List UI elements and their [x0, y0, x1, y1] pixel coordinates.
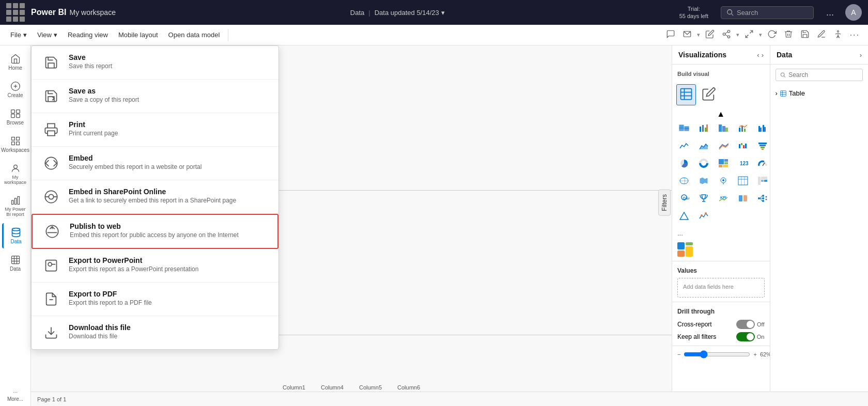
- svg-rect-46: [681, 89, 692, 100]
- viz-trophy[interactable]: [695, 191, 712, 206]
- viz-custom-2[interactable]: [695, 209, 712, 223]
- save-icon[interactable]: [798, 27, 812, 43]
- sidebar-item-power-bi-report[interactable]: My Power BI report: [2, 191, 29, 221]
- mobile-layout-button[interactable]: Mobile layout: [114, 29, 162, 41]
- viz-expand-right[interactable]: ›: [762, 51, 764, 59]
- viz-funnel[interactable]: [754, 138, 770, 153]
- data-update[interactable]: Data updated 5/14/23 ▾: [375, 9, 445, 17]
- viz-number[interactable]: 123: [734, 156, 752, 170]
- viz-cluster-bar[interactable]: [754, 121, 770, 135]
- subscribe-icon[interactable]: [680, 27, 694, 43]
- file-menu-save[interactable]: Save Save this report: [32, 46, 278, 80]
- viz-azure-map[interactable]: [715, 174, 732, 188]
- file-menu-save-as[interactable]: Save as Save a copy of this report: [32, 80, 278, 113]
- svg-line-6: [725, 35, 727, 36]
- viz-donut[interactable]: [695, 156, 712, 170]
- viz-pie[interactable]: [675, 156, 693, 170]
- values-section: Values Add data fields here: [672, 261, 770, 302]
- reading-view-button[interactable]: Reading view: [64, 29, 112, 41]
- sidebar-item-data2[interactable]: Data: [2, 251, 29, 276]
- user-avatar[interactable]: A: [845, 4, 862, 21]
- viz-area[interactable]: [695, 138, 712, 153]
- fullscreen-dropdown[interactable]: ▾: [759, 32, 762, 38]
- subscribe-dropdown[interactable]: ▾: [697, 32, 700, 38]
- share-dropdown[interactable]: ▾: [736, 32, 739, 38]
- viz-bar-chart[interactable]: [695, 121, 712, 135]
- keep-filters-toggle[interactable]: On: [736, 332, 765, 341]
- zoom-plus[interactable]: +: [753, 351, 756, 357]
- download-desc: Download this file: [69, 333, 131, 340]
- viz-qa[interactable]: Q&A: [675, 191, 693, 206]
- more-options-icon[interactable]: ···: [848, 28, 862, 42]
- viz-treemap[interactable]: [715, 156, 732, 170]
- print-icon-container: [42, 120, 60, 139]
- viz-line[interactable]: [675, 138, 693, 153]
- viz-kpi[interactable]: KPI: [715, 191, 732, 206]
- viz-gauge[interactable]: [754, 156, 770, 170]
- viz-matrix-2[interactable]: [754, 174, 770, 188]
- topbar-more-button[interactable]: ...: [826, 7, 834, 18]
- comment-icon[interactable]: [664, 27, 677, 43]
- workspace-label[interactable]: My workspace: [69, 8, 115, 17]
- sidebar-item-browse[interactable]: Browse: [2, 104, 29, 130]
- open-data-model-button[interactable]: Open data model: [164, 29, 224, 41]
- keep-filters-label: Keep all filters: [677, 333, 716, 340]
- sidebar-item-create[interactable]: Create: [2, 77, 29, 102]
- global-search[interactable]: [721, 6, 814, 19]
- edit-icon[interactable]: [703, 27, 717, 43]
- svg-point-123: [758, 197, 760, 199]
- viz-stacked-bar-2[interactable]: [715, 121, 732, 135]
- viz-ribbon[interactable]: [715, 138, 732, 153]
- cross-report-toggle-pill[interactable]: [736, 320, 755, 329]
- viz-table-viz[interactable]: [734, 174, 752, 188]
- file-menu-button[interactable]: File ▾: [6, 29, 31, 41]
- viz-custom-1[interactable]: [675, 209, 693, 223]
- viz-filled-map[interactable]: [695, 174, 712, 188]
- sidebar-item-data[interactable]: Data: [2, 223, 29, 248]
- cross-report-toggle[interactable]: Off: [736, 320, 764, 329]
- delete-icon[interactable]: [782, 27, 795, 43]
- filters-tab[interactable]: Filters: [658, 190, 671, 216]
- sidebar-item-home[interactable]: Home: [2, 50, 29, 75]
- file-menu-download[interactable]: Download this file Download this file: [32, 316, 278, 349]
- viz-decomp-tree[interactable]: [754, 191, 770, 206]
- sidebar-item-more[interactable]: ··· More...: [2, 385, 29, 406]
- viz-expand-left[interactable]: ‹: [757, 51, 759, 59]
- file-menu-print[interactable]: Print Print current page: [32, 113, 278, 147]
- view-menu-button[interactable]: View ▾: [33, 29, 61, 41]
- viz-line-bar[interactable]: [734, 121, 752, 135]
- viz-table-active[interactable]: [676, 84, 696, 105]
- zoom-minus[interactable]: −: [677, 351, 680, 357]
- svg-point-27: [12, 228, 20, 231]
- fullscreen-icon[interactable]: [742, 27, 756, 43]
- data-panel-close[interactable]: ›: [860, 51, 862, 59]
- viz-map[interactable]: [675, 174, 693, 188]
- viz-waterfall[interactable]: [734, 138, 752, 153]
- viz-color-card[interactable]: [734, 191, 752, 206]
- sidebar-item-my-workspace[interactable]: My workspace: [2, 159, 29, 189]
- annotate-icon[interactable]: [815, 27, 828, 43]
- refresh-icon[interactable]: [765, 27, 779, 43]
- data-title: Data: [777, 51, 792, 59]
- search-input[interactable]: [737, 9, 804, 17]
- viz-collapse-chevron[interactable]: ▲: [672, 107, 770, 121]
- viz-stacked-bar[interactable]: [675, 121, 693, 135]
- app-grid-icon[interactable]: [6, 3, 25, 22]
- viz-edit-button[interactable]: [699, 84, 719, 105]
- file-menu-publish-web[interactable]: Publish to web Embed this report for pub…: [32, 214, 278, 249]
- share-icon[interactable]: [720, 27, 733, 43]
- file-menu-export-pdf[interactable]: Export to PDF Export this report to a PD…: [32, 283, 278, 316]
- keep-filters-toggle-pill[interactable]: [736, 332, 755, 341]
- viz-more-ellipsis[interactable]: ...: [672, 226, 770, 240]
- file-menu-export-ppt[interactable]: Export to PowerPoint Export this report …: [32, 249, 278, 283]
- data-table-item[interactable]: › Table: [776, 87, 863, 99]
- accessibility-icon[interactable]: [831, 27, 845, 43]
- data-search-section: [770, 65, 869, 85]
- file-menu-embed[interactable]: Embed Securely embed this report in a we…: [32, 147, 278, 180]
- sidebar-item-workspaces[interactable]: Workspaces: [2, 132, 29, 157]
- data-search-box[interactable]: [776, 69, 863, 81]
- zoom-slider[interactable]: [684, 350, 750, 358]
- data-search-input[interactable]: [788, 71, 858, 79]
- file-menu-embed-sharepoint[interactable]: Embed in SharePoint Online Get a link to…: [32, 180, 278, 214]
- values-drop-zone[interactable]: Add data fields here: [677, 278, 765, 298]
